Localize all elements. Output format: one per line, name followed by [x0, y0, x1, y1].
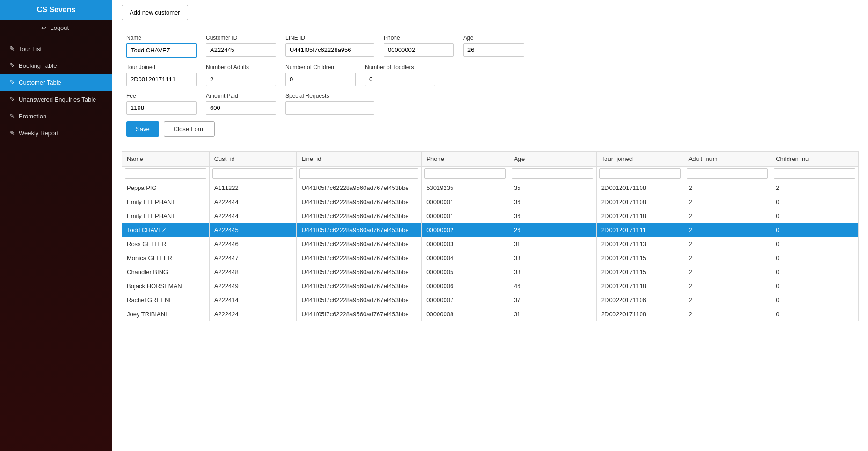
adults-input[interactable] — [206, 73, 276, 86]
table-row[interactable]: Emily ELEPHANTA222444U441f05f7c62228a956… — [122, 209, 859, 223]
cell-cust_id: A222446 — [209, 237, 297, 251]
filter-input-name[interactable] — [125, 168, 206, 179]
name-input[interactable] — [126, 43, 197, 58]
cell-cust_id: A222445 — [209, 223, 297, 237]
cell-name: Emily ELEPHANT — [122, 209, 210, 223]
logout-item[interactable]: ↩ Logout — [0, 20, 112, 36]
cell-children_num: 0 — [771, 195, 859, 209]
adults-group: Number of Adults — [206, 64, 276, 86]
table-body: Peppa PIGA111222U441f05f7c62228a9560ad76… — [122, 181, 859, 321]
nav-icon-booking-table: ✎ — [9, 62, 15, 69]
table-row[interactable]: Todd CHAVEZA222445U441f05f7c62228a9560ad… — [122, 223, 859, 237]
tourjoined-input[interactable] — [126, 73, 197, 86]
sidebar-label-booking-table: Booking Table — [19, 62, 57, 69]
toddlers-label: Number of Toddlers — [365, 64, 435, 71]
cell-children_num: 0 — [771, 237, 859, 251]
sidebar-nav: ✎Tour List✎Booking Table✎Customer Table✎… — [0, 36, 112, 141]
sidebar-item-customer-table[interactable]: ✎Customer Table — [0, 74, 112, 91]
col-header-age: Age — [509, 152, 597, 167]
table-header-row: NameCust_idLine_idPhoneAgeTour_joinedAdu… — [122, 152, 859, 167]
nav-icon-weekly-report: ✎ — [9, 129, 15, 137]
sidebar-label-unanswered-enquiries: Unanswered Enquiries Table — [19, 96, 96, 103]
close-form-button[interactable]: Close Form — [164, 121, 215, 137]
cell-phone: 00000007 — [422, 293, 509, 307]
cell-age: 36 — [509, 209, 597, 223]
amtpaid-input[interactable] — [206, 101, 276, 115]
special-group: Special Requests — [285, 93, 374, 115]
cell-line_id: U441f05f7c62228a9560ad767ef453bbe — [297, 181, 422, 195]
col-filter-adult_num — [684, 167, 771, 181]
cell-phone: 53019235 — [422, 181, 509, 195]
table-filter-row — [122, 167, 859, 181]
children-input[interactable] — [285, 73, 356, 86]
cell-name: Peppa PIG — [122, 181, 210, 195]
cell-adult_num: 2 — [684, 265, 771, 279]
cell-tour_joined: 2D00120171118 — [596, 209, 684, 223]
phone-input[interactable] — [384, 43, 454, 57]
age-input[interactable] — [463, 43, 524, 57]
col-filter-tour_joined — [596, 167, 684, 181]
filter-input-adult_num[interactable] — [687, 168, 768, 179]
cell-phone: 00000004 — [422, 251, 509, 265]
cell-adult_num: 2 — [684, 251, 771, 265]
filter-input-phone[interactable] — [424, 168, 506, 179]
cell-age: 37 — [509, 293, 597, 307]
special-input[interactable] — [285, 101, 374, 115]
table-row[interactable]: Chandler BINGA222448U441f05f7c62228a9560… — [122, 265, 859, 279]
cell-children_num: 0 — [771, 307, 859, 321]
cell-cust_id: A222444 — [209, 209, 297, 223]
fee-input[interactable] — [126, 101, 197, 115]
save-button[interactable]: Save — [126, 121, 159, 137]
app-title: CS Sevens — [0, 0, 112, 20]
customer-form: Name Customer ID LINE ID Phone Age — [112, 25, 868, 146]
name-label: Name — [126, 35, 197, 41]
sidebar-item-promotion[interactable]: ✎Promotion — [0, 108, 112, 124]
filter-input-children_num[interactable] — [774, 168, 855, 179]
table-row[interactable]: Emily ELEPHANTA222444U441f05f7c62228a956… — [122, 195, 859, 209]
cell-tour_joined: 2D00120171113 — [596, 237, 684, 251]
cell-tour_joined: 2D00120171111 — [596, 223, 684, 237]
table-row[interactable]: Peppa PIGA111222U441f05f7c62228a9560ad76… — [122, 181, 859, 195]
col-header-tour_joined: Tour_joined — [596, 152, 684, 167]
customer-table: NameCust_idLine_idPhoneAgeTour_joinedAdu… — [122, 151, 859, 321]
cell-name: Joey TRIBIANI — [122, 307, 210, 321]
sidebar-label-promotion: Promotion — [19, 113, 46, 120]
cell-children_num: 0 — [771, 223, 859, 237]
name-group: Name — [126, 35, 197, 58]
table-row[interactable]: Ross GELLERA222446U441f05f7c62228a9560ad… — [122, 237, 859, 251]
adults-label: Number of Adults — [206, 64, 276, 71]
cell-age: 38 — [509, 265, 597, 279]
cell-phone: 00000001 — [422, 209, 509, 223]
cell-children_num: 0 — [771, 209, 859, 223]
cell-tour_joined: 2D00220171106 — [596, 293, 684, 307]
filter-input-tour_joined[interactable] — [599, 168, 681, 179]
cell-cust_id: A222444 — [209, 195, 297, 209]
custid-input[interactable] — [206, 43, 276, 57]
cell-phone: 00000002 — [422, 223, 509, 237]
col-header-children_num: Children_nu — [771, 152, 859, 167]
col-filter-name — [122, 167, 210, 181]
cell-cust_id: A222414 — [209, 293, 297, 307]
toddlers-input[interactable] — [365, 73, 435, 86]
sidebar-item-booking-table[interactable]: ✎Booking Table — [0, 57, 112, 74]
filter-input-cust_id[interactable] — [212, 168, 294, 179]
cell-children_num: 0 — [771, 293, 859, 307]
filter-input-line_id[interactable] — [299, 168, 418, 179]
cell-name: Chandler BING — [122, 265, 210, 279]
cell-cust_id: A222449 — [209, 279, 297, 293]
sidebar-label-customer-table: Customer Table — [19, 79, 61, 86]
col-filter-age — [509, 167, 597, 181]
tourjoined-label: Tour Joined — [126, 64, 197, 71]
sidebar-item-tour-list[interactable]: ✎Tour List — [0, 40, 112, 57]
custid-label: Customer ID — [206, 35, 276, 41]
filter-input-age[interactable] — [512, 168, 593, 179]
table-row[interactable]: Rachel GREENEA222414U441f05f7c62228a9560… — [122, 293, 859, 307]
table-row[interactable]: Joey TRIBIANIA222424U441f05f7c62228a9560… — [122, 307, 859, 321]
table-row[interactable]: Bojack HORSEMANA222449U441f05f7c62228a95… — [122, 279, 859, 293]
lineid-input[interactable] — [285, 43, 374, 57]
add-customer-button[interactable]: Add new customer — [122, 5, 188, 20]
sidebar-item-weekly-report[interactable]: ✎Weekly Report — [0, 124, 112, 141]
age-label: Age — [463, 35, 524, 41]
sidebar-item-unanswered-enquiries[interactable]: ✎Unanswered Enquiries Table — [0, 91, 112, 108]
table-row[interactable]: Monica GELLERA222447U441f05f7c62228a9560… — [122, 251, 859, 265]
